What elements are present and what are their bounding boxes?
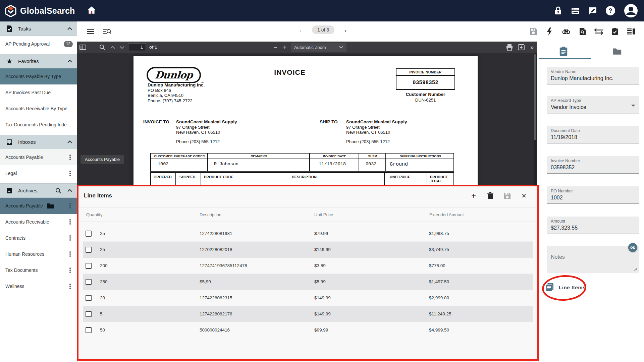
- menu-hamburger-icon[interactable]: [85, 25, 97, 38]
- toggle-sidebar-icon[interactable]: [79, 43, 87, 51]
- add-line-item-icon[interactable]: +: [470, 192, 478, 200]
- home-icon[interactable]: [87, 6, 96, 14]
- clipboard-check-icon[interactable]: [609, 25, 621, 38]
- print-icon[interactable]: [505, 43, 514, 51]
- section-header-tasks[interactable]: Tasks: [0, 21, 77, 36]
- previous-document-arrow[interactable]: ←: [299, 25, 306, 34]
- line-items-button-label: Line Items: [559, 285, 586, 290]
- delete-line-item-icon[interactable]: [486, 192, 494, 200]
- zoom-in-icon[interactable]: +: [281, 43, 289, 51]
- section-header-inboxes[interactable]: Inboxes: [0, 135, 77, 149]
- archives-search-icon[interactable]: [55, 188, 61, 194]
- field-invoice-number[interactable]: Invoice Number 03598352: [547, 156, 639, 174]
- navbar-actions: ?: [554, 0, 638, 21]
- chevron-up-icon[interactable]: [67, 140, 72, 143]
- save-icon[interactable]: [527, 25, 539, 38]
- download-icon[interactable]: [517, 43, 525, 51]
- kebab-menu-icon[interactable]: [67, 170, 73, 177]
- chevron-up-icon[interactable]: [67, 189, 72, 192]
- dropdown-arrow-icon[interactable]: [631, 105, 635, 107]
- account-avatar[interactable]: [624, 4, 638, 18]
- zoom-out-icon[interactable]: −: [271, 43, 279, 51]
- more-tools-icon[interactable]: »: [528, 43, 536, 51]
- tab-index-fields[interactable]: [537, 44, 590, 58]
- section-header-archives[interactable]: Archives: [0, 183, 77, 198]
- kebab-menu-icon[interactable]: [67, 267, 73, 274]
- line-item-row[interactable]: 5 1274228082178 $149.99 $11,249.25: [83, 306, 533, 322]
- line-items-button[interactable]: Line Items: [546, 283, 586, 291]
- page-number-input[interactable]: [128, 43, 146, 51]
- item-label: Accounts Payable: [5, 155, 67, 160]
- line-items-column-headers: Quantity Description Unit Price Extended…: [78, 207, 537, 222]
- row-checkbox[interactable]: [86, 311, 92, 317]
- kebab-menu-icon[interactable]: [67, 283, 73, 290]
- chevron-up-icon[interactable]: [67, 27, 72, 30]
- field-po-number[interactable]: PO Number 1002: [547, 186, 639, 204]
- help-icon[interactable]: ?: [606, 6, 615, 15]
- column-view-icon[interactable]: [625, 25, 637, 38]
- line-item-row[interactable]: 25 1270228082018 $149.99 $3,749.75: [83, 242, 533, 258]
- lock-icon[interactable]: [554, 6, 562, 15]
- zoom-select[interactable]: Automatic Zoom: [291, 43, 346, 52]
- field-amount[interactable]: Amount $27,323.55: [547, 217, 639, 234]
- sidebar-item-archive-wellness[interactable]: Wellness: [0, 278, 77, 294]
- row-checkbox[interactable]: [86, 263, 92, 269]
- close-line-items-icon[interactable]: ×: [520, 192, 528, 200]
- section-header-favorites[interactable]: ★ Favorites: [0, 54, 77, 68]
- sidebar-item-ap-pending-approval[interactable]: AP Pending Approval 12: [0, 36, 77, 52]
- brand-logo[interactable]: GlobalSearch: [5, 4, 75, 17]
- kebab-menu-icon[interactable]: [67, 251, 73, 257]
- line-item-row[interactable]: 25 1274228081981 $79.99 $1,998.75: [83, 226, 533, 242]
- sidebar-item-ap-invoices-past-due[interactable]: AP Invoices Past Due: [0, 84, 77, 101]
- item-label: Accounts Receivable: [5, 219, 67, 225]
- next-page-icon[interactable]: [118, 43, 126, 51]
- viewer-scrollbar-track[interactable]: [534, 53, 537, 185]
- kebab-menu-icon[interactable]: [67, 202, 73, 209]
- row-checkbox[interactable]: [86, 327, 92, 333]
- sidebar-item-archive-contracts[interactable]: Contracts: [0, 230, 77, 246]
- sidebar-item-archive-accounts-receivable[interactable]: Accounts Receivable: [0, 214, 77, 230]
- row-checkbox[interactable]: [86, 279, 92, 285]
- pdf-search-icon[interactable]: [98, 43, 106, 51]
- link-icon[interactable]: [560, 25, 572, 38]
- pagination-indicator: 1 of 3: [312, 25, 334, 34]
- line-item-row[interactable]: 250 $5,99 $5.99 $1,497.50: [83, 274, 533, 290]
- row-checkbox[interactable]: [86, 247, 92, 253]
- link-field-button[interactable]: [628, 243, 637, 252]
- save-line-items-icon[interactable]: [503, 192, 511, 200]
- sidebar-item-accounts-payable-by-type[interactable]: Accounts Payable By Type: [0, 68, 77, 84]
- swap-route-icon[interactable]: [593, 25, 605, 38]
- line-item-row[interactable]: 200 1274741936785112478 $3.89 $778.00: [83, 258, 533, 274]
- sidebar-item-archive-human-resources[interactable]: Human Resources: [0, 246, 77, 262]
- chevron-up-icon[interactable]: [67, 60, 72, 63]
- tab-folders[interactable]: [590, 44, 644, 58]
- next-document-arrow[interactable]: →: [340, 25, 348, 34]
- search-results-icon[interactable]: [101, 25, 113, 38]
- resize-handle-icon[interactable]: [633, 267, 637, 271]
- row-checkbox[interactable]: [86, 231, 92, 237]
- sidebar-item-tax-documents-pending[interactable]: Tax Documents Pending Inde…: [0, 117, 77, 133]
- sidebar-item-archive-tax-documents[interactable]: Tax Documents: [0, 262, 77, 278]
- previous-page-icon[interactable]: [109, 43, 117, 51]
- document-search-icon[interactable]: [577, 25, 589, 38]
- sidebar-item-accounts-receivable-by-type[interactable]: Accounts Receivable By Type: [0, 101, 77, 117]
- sidebar-item-inbox-accounts-payable[interactable]: Accounts Payable: [0, 149, 77, 165]
- line-item-row[interactable]: 50 500000024416 $99.99 $4,999.50: [83, 322, 533, 338]
- row-checkbox[interactable]: [86, 295, 92, 301]
- kebab-menu-icon[interactable]: [67, 154, 73, 161]
- field-vendor-name[interactable]: Vendor Name Dunlop Manufacturing Inc.: [547, 67, 639, 84]
- storage-icon[interactable]: [571, 7, 580, 15]
- kebab-menu-icon[interactable]: [67, 235, 73, 241]
- field-notes[interactable]: Notes: [547, 246, 639, 273]
- lightning-actions-icon[interactable]: [543, 25, 555, 38]
- line-item-row[interactable]: 20 1274228082315 $149.99 $2,999.80: [83, 290, 533, 306]
- field-document-date[interactable]: Document Date 11/19/2018: [547, 126, 639, 143]
- sidebar-item-inbox-legal[interactable]: Legal: [0, 165, 77, 181]
- col-extended-amount: Extended Amount: [429, 212, 464, 217]
- viewer-scrollbar-thumb[interactable]: [534, 54, 536, 140]
- kebab-menu-icon[interactable]: [67, 219, 73, 225]
- field-ap-record-type[interactable]: AP Record Type Vendor Invoice: [547, 96, 639, 114]
- feedback-chat-icon[interactable]: [588, 7, 597, 15]
- document-toolbar: ← 1 of 3 →: [77, 21, 644, 42]
- sidebar-item-archive-accounts-payable[interactable]: Accounts Payable: [0, 198, 77, 214]
